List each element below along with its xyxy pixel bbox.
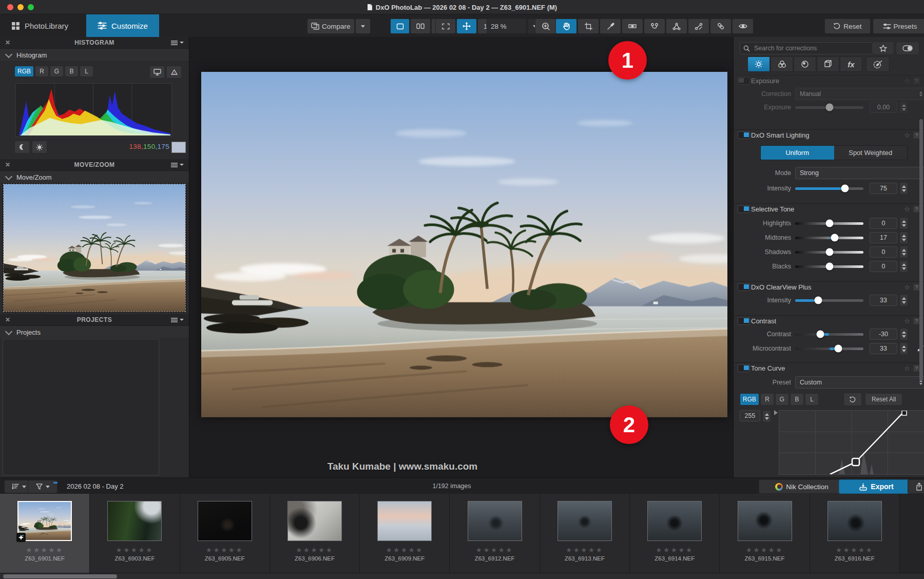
zoom-level-field[interactable]: 28 % (487, 18, 527, 34)
curve-channel-button[interactable]: L (805, 393, 819, 406)
close-movezoom-icon[interactable]: ✕ (5, 161, 11, 168)
slider-track[interactable] (795, 299, 863, 302)
curve-reset-button[interactable] (843, 393, 862, 406)
category-detail-button[interactable] (794, 56, 816, 72)
slider-value[interactable]: 0 (870, 218, 897, 229)
curve-channel-button[interactable]: B (790, 393, 804, 406)
favorite-star-icon[interactable]: ☆ (904, 131, 910, 139)
histogram-channel-button[interactable]: B (65, 66, 79, 77)
star-rating[interactable]: ★★★★★ (26, 546, 64, 554)
slider-track[interactable] (795, 237, 863, 239)
curve-endpoint-handle[interactable] (902, 411, 907, 415)
slider-track[interactable] (795, 187, 863, 190)
exposure-correction-dropdown[interactable]: Manual (795, 88, 924, 100)
move-tool-button[interactable] (456, 18, 477, 34)
star-rating[interactable]: ★★★★★ (836, 546, 873, 554)
slider-handle[interactable] (825, 248, 833, 256)
value-stepper[interactable] (899, 231, 908, 244)
slider-value[interactable]: 75 (870, 183, 897, 194)
curve-channel-button[interactable]: R (760, 393, 774, 406)
main-photo[interactable] (201, 72, 727, 417)
star-rating[interactable]: ★★★★★ (746, 546, 783, 554)
projects-section-header[interactable]: Projects (0, 326, 189, 339)
local-adjustments-brush-button[interactable] (866, 56, 890, 72)
favorites-filter-button[interactable] (872, 42, 894, 55)
slider-track[interactable] (795, 251, 863, 254)
category-geometry-button[interactable] (817, 56, 839, 72)
preview-mask-eye-button[interactable] (732, 18, 754, 34)
slider-track[interactable] (795, 222, 863, 225)
category-fx-button[interactable]: fx (840, 56, 862, 72)
tab-customize[interactable]: Customize (86, 14, 159, 37)
star-rating[interactable]: ★★★★★ (566, 546, 603, 554)
curve-channel-button[interactable]: RGB (740, 393, 759, 406)
histogram-panel-menu[interactable] (171, 41, 184, 45)
slider-value[interactable]: -30 (870, 329, 897, 340)
presets-button[interactable]: Presets (873, 18, 924, 34)
filmstrip-item[interactable]: ★★★★★ Z63_6909.NEF (360, 494, 450, 573)
slider-track[interactable] (795, 265, 863, 268)
horizon-tool-button[interactable] (622, 18, 643, 34)
favorite-star-icon[interactable]: ☆ (904, 364, 910, 372)
category-light-button[interactable] (747, 56, 770, 72)
filmstrip-thumbnail[interactable] (738, 501, 792, 541)
slider-track[interactable] (795, 106, 863, 109)
filmstrip-item[interactable]: ★★★★★ Z63_6913.NEF (540, 494, 630, 573)
split-view-button[interactable] (410, 18, 431, 34)
star-rating[interactable]: ★★★★★ (296, 546, 333, 554)
smart-lighting-enable-switch[interactable] (738, 131, 750, 139)
slider-handle[interactable] (825, 220, 833, 227)
curve-reset-all-button[interactable]: Reset All (865, 393, 902, 406)
value-stepper[interactable] (899, 217, 908, 229)
control-line-button[interactable] (688, 18, 709, 34)
tone-curve-enable-switch[interactable] (738, 364, 750, 372)
smart-lighting-mode-dropdown[interactable]: Strong (795, 167, 924, 179)
slider-value[interactable]: 17 (870, 232, 897, 243)
slider-handle[interactable] (834, 345, 842, 353)
control-point-button[interactable] (644, 18, 665, 34)
slider-track[interactable] (795, 333, 863, 336)
filmstrip-thumbnail[interactable] (287, 501, 342, 541)
favorite-star-icon[interactable]: ☆ (904, 283, 910, 291)
histogram-section-header[interactable]: Histogram (0, 49, 189, 62)
filmstrip-thumbnail[interactable] (17, 501, 72, 541)
value-stepper[interactable] (899, 101, 908, 113)
value-stepper[interactable] (899, 246, 908, 258)
single-view-button[interactable] (390, 18, 410, 34)
close-projects-icon[interactable]: ✕ (5, 316, 11, 323)
share-button[interactable] (908, 479, 924, 494)
histogram-channel-button[interactable]: RGB (14, 66, 34, 77)
filmstrip-item[interactable]: ★★★★★ Z63_6912.NEF (450, 494, 540, 573)
curve-channel-button[interactable]: G (775, 393, 789, 406)
star-rating[interactable]: ★★★★★ (476, 546, 513, 554)
slider-value[interactable]: 0.00 (870, 102, 897, 113)
filmstrip-thumbnail[interactable] (827, 501, 882, 541)
hand-tool-button[interactable] (555, 18, 577, 34)
value-stepper[interactable] (899, 182, 908, 195)
compare-button[interactable]: Compare (307, 18, 355, 34)
projects-list-area[interactable] (3, 339, 159, 475)
contrast-enable-switch[interactable] (738, 317, 750, 325)
slider-value[interactable]: 33 (870, 343, 897, 354)
zoom-in-button[interactable] (535, 18, 556, 34)
filmstrip-item[interactable]: ★★★★★ Z63_6916.NEF (810, 494, 900, 573)
filmstrip-thumbnail[interactable] (107, 501, 162, 541)
crop-tool-button[interactable] (578, 18, 599, 34)
filmstrip-thumbnail[interactable] (647, 501, 702, 541)
right-panel-scrollbar[interactable] (919, 119, 923, 381)
star-rating[interactable]: ★★★★★ (386, 546, 424, 554)
reset-button[interactable]: Reset (824, 18, 871, 34)
filmstrip-thumbnail[interactable] (198, 501, 252, 541)
filmstrip-thumbnail[interactable] (557, 501, 612, 541)
slider-value[interactable]: 0 (870, 246, 897, 258)
star-rating[interactable]: ★★★★★ (116, 546, 153, 554)
fit-screen-button[interactable] (435, 18, 456, 34)
export-button[interactable]: Export (839, 479, 914, 494)
histogram-channel-button[interactable]: R (35, 66, 49, 77)
clearview-enable-switch[interactable] (738, 283, 750, 291)
help-icon[interactable]: ? (913, 77, 920, 85)
curve-max-stepper[interactable] (762, 410, 771, 422)
filmstrip-item[interactable]: ★★★★★ Z63_6903.NEF (90, 494, 180, 573)
slider-handle[interactable] (825, 104, 833, 111)
star-rating[interactable]: ★★★★★ (656, 546, 694, 554)
